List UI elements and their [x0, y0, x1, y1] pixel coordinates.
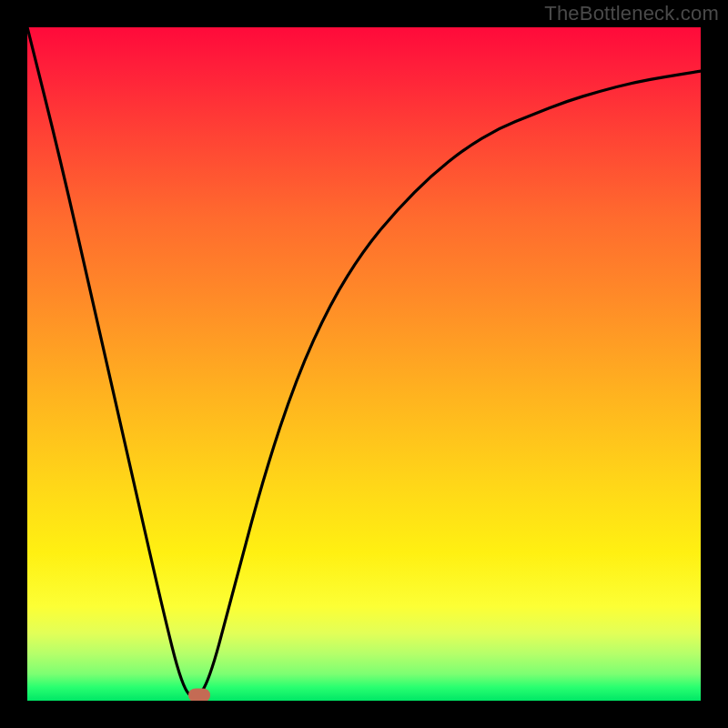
curve-svg	[27, 27, 701, 701]
watermark-text: TheBottleneck.com	[544, 2, 719, 25]
bottleneck-curve	[27, 27, 701, 697]
chart-frame: TheBottleneck.com	[0, 0, 728, 728]
minimum-marker-icon	[188, 689, 210, 701]
plot-area	[27, 27, 701, 701]
